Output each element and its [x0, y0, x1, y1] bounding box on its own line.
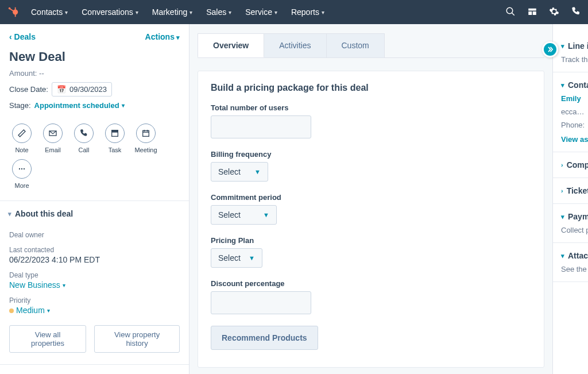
- nav-reports[interactable]: Reports▾: [291, 7, 324, 17]
- companies-toggle[interactable]: ›Companies: [561, 160, 588, 169]
- more-icon[interactable]: [12, 159, 32, 179]
- tab-activities[interactable]: Activities: [264, 33, 326, 57]
- calendar-icon: 📅: [57, 85, 66, 94]
- attachments-body: See the files attached to this record.: [561, 265, 588, 273]
- call-icon[interactable]: [74, 124, 94, 143]
- svg-rect-4: [528, 11, 532, 15]
- email-label: Email: [45, 146, 61, 153]
- last-contacted-label: Last contacted: [9, 246, 180, 254]
- top-nav: Contacts▾ Conversations▾ Marketing▾ Sale…: [0, 0, 588, 24]
- svg-point-11: [21, 168, 22, 169]
- billing-select[interactable]: Select▼: [211, 162, 268, 182]
- meeting-icon[interactable]: [136, 124, 156, 143]
- about-deal-props: Deal owner Last contacted 06/22/2023 4:1…: [0, 231, 189, 361]
- deal-type-label: Deal type: [9, 271, 180, 279]
- tabs: Overview Activities Custom: [198, 33, 544, 58]
- settings-icon[interactable]: [549, 6, 559, 18]
- nav-contacts[interactable]: Contacts▾: [31, 7, 68, 17]
- contacts-toggle[interactable]: ▾Contacts: [561, 80, 588, 90]
- view-property-history-button[interactable]: View property history: [94, 325, 180, 353]
- nav-menu: Contacts▾ Conversations▾ Marketing▾ Sale…: [31, 7, 324, 17]
- tab-overview[interactable]: Overview: [198, 33, 264, 57]
- stage-row: Stage: Appointment scheduled: [0, 100, 189, 113]
- deal-type-select[interactable]: New Business: [9, 280, 65, 290]
- marketplace-icon[interactable]: [527, 6, 537, 18]
- plan-select[interactable]: Select▼: [211, 248, 262, 268]
- discount-label: Discount percentage: [211, 279, 531, 288]
- meeting-label: Meeting: [134, 146, 157, 153]
- task-icon[interactable]: [105, 124, 125, 143]
- call-label: Call: [79, 146, 90, 153]
- priority-dot-icon: [9, 309, 14, 313]
- commitment-select[interactable]: Select▼: [211, 205, 277, 225]
- line-items-body: Track the products on the deal record.: [561, 55, 588, 64]
- svg-point-0: [13, 9, 18, 14]
- nav-conversations[interactable]: Conversations▾: [82, 7, 138, 17]
- phone-icon[interactable]: [571, 6, 581, 18]
- attachments-toggle[interactable]: ▾Attachments: [561, 251, 588, 260]
- pricing-card: Build a pricing package for this deal To…: [198, 71, 544, 368]
- task-label: Task: [109, 146, 122, 153]
- hubspot-logo[interactable]: [7, 6, 20, 18]
- center-panel: Overview Activities Custom Build a prici…: [189, 24, 552, 374]
- note-icon[interactable]: [12, 124, 32, 143]
- plan-label: Pricing Plan: [211, 236, 531, 245]
- svg-point-10: [19, 168, 20, 169]
- svg-point-2: [506, 7, 513, 14]
- svg-rect-3: [528, 8, 536, 10]
- email-icon[interactable]: [43, 124, 63, 143]
- nav-marketing[interactable]: Marketing▾: [152, 7, 192, 17]
- users-input[interactable]: [211, 115, 311, 138]
- nav-service[interactable]: Service▾: [245, 7, 277, 17]
- tab-custom[interactable]: Custom: [326, 33, 385, 57]
- right-drawer-toggle[interactable]: [542, 41, 558, 57]
- right-panel: ▾Line items Track the products on the de…: [552, 24, 588, 374]
- left-panel: Deals Actions New Deal Amount: -- Close …: [0, 24, 189, 374]
- about-deal-toggle[interactable]: ▾About this deal: [0, 201, 189, 224]
- line-items-toggle[interactable]: ▾Line items: [561, 41, 588, 51]
- commitment-label: Commitment period: [211, 193, 531, 202]
- amount-row: Amount: --: [0, 68, 189, 81]
- contact-phone: Phone:: [561, 121, 588, 129]
- priority-select[interactable]: Medium: [16, 306, 50, 315]
- svg-rect-5: [533, 11, 536, 15]
- priority-label: Priority: [9, 296, 180, 304]
- nav-utility-icons: [505, 6, 581, 18]
- quick-actions: Note Email Call Task Meeting More: [0, 113, 189, 197]
- stage-select[interactable]: Appointment scheduled: [34, 101, 125, 110]
- deal-owner-label: Deal owner: [9, 231, 180, 239]
- close-date-input[interactable]: 📅 09/30/2023: [52, 82, 112, 97]
- users-label: Total number of users: [211, 103, 531, 112]
- back-to-deals[interactable]: Deals: [9, 32, 36, 41]
- card-title: Build a pricing package for this deal: [211, 83, 531, 93]
- close-date-row: Close Date: 📅 09/30/2023: [0, 81, 189, 100]
- deal-actions[interactable]: Actions: [145, 32, 180, 41]
- svg-point-12: [24, 168, 25, 169]
- note-label: Note: [15, 146, 28, 153]
- svg-rect-8: [112, 130, 118, 132]
- search-icon[interactable]: [505, 6, 516, 18]
- tickets-toggle[interactable]: ›Tickets: [561, 186, 588, 195]
- contact-name[interactable]: Emily: [561, 94, 588, 103]
- view-contacts-link[interactable]: View associated contacts: [561, 135, 588, 144]
- more-label: More: [14, 182, 29, 189]
- last-contacted-value: 06/22/2023 4:10 PM EDT: [9, 255, 180, 264]
- payments-body: Collect payments from this deal using a …: [561, 226, 588, 234]
- nav-sales[interactable]: Sales▾: [206, 7, 231, 17]
- deal-title: New Deal: [0, 47, 189, 68]
- view-all-properties-button[interactable]: View all properties: [9, 325, 86, 353]
- billing-label: Billing frequency: [211, 150, 531, 159]
- contact-email: ecca…: [561, 107, 588, 116]
- svg-rect-9: [143, 130, 149, 136]
- discount-input[interactable]: [211, 291, 311, 314]
- payments-toggle[interactable]: ▾Payments: [561, 212, 588, 221]
- recommend-products-button[interactable]: Recommend Products: [211, 326, 318, 350]
